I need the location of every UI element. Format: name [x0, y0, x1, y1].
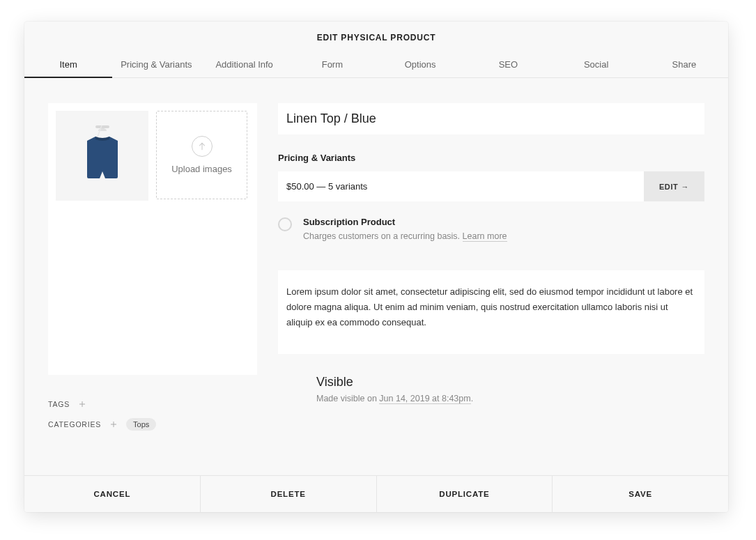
subscription-title: Subscription Product [303, 217, 507, 227]
modal-title: EDIT PHYSICAL PRODUCT [24, 22, 728, 52]
product-image-thumbnail[interactable] [56, 111, 148, 201]
categories-label: CATEGORIES [48, 420, 101, 429]
visibility-suffix: . [471, 394, 473, 403]
add-tag-button[interactable] [78, 400, 86, 408]
tab-bar: Item Pricing & Variants Additional Info … [24, 52, 728, 78]
tab-pricing-variants[interactable]: Pricing & Variants [112, 52, 200, 77]
modal-body: Upload images TAGS CATEGORIES [24, 78, 728, 475]
upload-icon [192, 136, 213, 157]
categories-row: CATEGORIES Tops [48, 418, 257, 431]
tab-additional-info[interactable]: Additional Info [201, 52, 288, 77]
pricing-summary-row: $50.00 — 5 variants EDIT → [278, 171, 704, 201]
tab-social[interactable]: Social [553, 52, 640, 77]
product-name-input[interactable] [278, 103, 704, 134]
modal-footer: CANCEL DELETE DUPLICATE SAVE [24, 475, 728, 512]
blue-top-illustration [68, 121, 137, 191]
subscription-desc: Charges customers on a recurring basis. … [303, 231, 507, 241]
subscription-toggle-row: Subscription Product Charges customers o… [278, 217, 704, 241]
product-images-card: Upload images [48, 103, 257, 375]
visibility-desc: Made visible on Jun 14, 2019 at 8:43pm. [316, 394, 704, 403]
subscription-text-block: Subscription Product Charges customers o… [303, 217, 507, 241]
edit-pricing-button[interactable]: EDIT → [644, 171, 704, 201]
tab-options[interactable]: Options [376, 52, 464, 77]
tags-row: TAGS [48, 400, 257, 408]
upload-images-dropzone[interactable]: Upload images [156, 111, 247, 199]
visibility-block: Visible Made visible on Jun 14, 2019 at … [316, 375, 704, 403]
subscription-desc-text: Charges customers on a recurring basis. [303, 231, 463, 241]
edit-button-label: EDIT [659, 183, 678, 191]
tags-label: TAGS [48, 400, 70, 408]
duplicate-button[interactable]: DUPLICATE [377, 476, 553, 512]
pricing-variants-label: Pricing & Variants [278, 153, 704, 163]
save-button[interactable]: SAVE [553, 476, 728, 512]
add-category-button[interactable] [109, 420, 118, 429]
cancel-button[interactable]: CANCEL [24, 476, 201, 512]
learn-more-link[interactable]: Learn more [463, 231, 507, 242]
svg-rect-0 [95, 125, 109, 128]
tab-form[interactable]: Form [288, 52, 376, 77]
meta-section: TAGS CATEGORIES Tops [48, 400, 257, 431]
right-column: Pricing & Variants $50.00 — 5 variants E… [278, 103, 704, 458]
upload-label: Upload images [171, 164, 232, 174]
subscription-radio[interactable] [278, 217, 292, 231]
visibility-date-link[interactable]: Jun 14, 2019 at 8:43pm [379, 394, 470, 404]
tab-item[interactable]: Item [24, 52, 112, 77]
category-chip[interactable]: Tops [126, 418, 156, 431]
visibility-title: Visible [316, 375, 704, 389]
arrow-right-icon: → [681, 183, 689, 191]
pricing-summary-text: $50.00 — 5 variants [278, 171, 644, 201]
visibility-prefix: Made visible on [316, 394, 379, 403]
product-description[interactable]: Lorem ipsum dolor sit amet, consectetur … [278, 270, 704, 354]
tab-share[interactable]: Share [640, 52, 728, 77]
tab-seo[interactable]: SEO [464, 52, 552, 77]
delete-button[interactable]: DELETE [201, 476, 377, 512]
left-column: Upload images TAGS CATEGORIES [48, 103, 257, 458]
edit-product-modal: EDIT PHYSICAL PRODUCT Item Pricing & Var… [24, 22, 728, 512]
